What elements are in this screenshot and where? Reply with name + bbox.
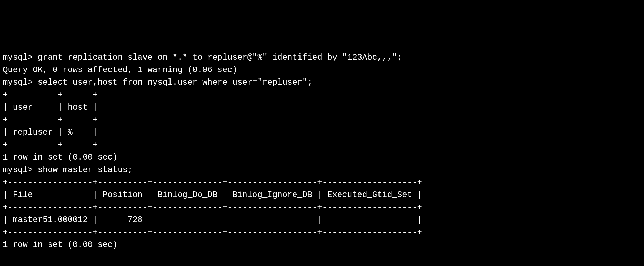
terminal-line: | File | Position | Binlog_Do_DB | Binlo… — [3, 189, 641, 201]
terminal-line: +----------+------+ — [3, 114, 641, 126]
terminal-line: +-----------------+----------+----------… — [3, 226, 641, 239]
terminal-line: +-----------------+----------+----------… — [3, 201, 641, 214]
terminal-line: | repluser | % | — [3, 126, 641, 139]
terminal-line: | master51.000012 | 728 | | | | — [3, 214, 641, 226]
terminal-output[interactable]: mysql> grant replication slave on *.* to… — [3, 51, 641, 251]
terminal-line: mysql> show master status; — [3, 164, 641, 176]
terminal-line: 1 row in set (0.00 sec) — [3, 239, 641, 251]
terminal-line: 1 row in set (0.00 sec) — [3, 151, 641, 164]
terminal-line: +----------+------+ — [3, 139, 641, 151]
terminal-line: | user | host | — [3, 101, 641, 114]
terminal-line: +----------+------+ — [3, 89, 641, 101]
terminal-line: +-----------------+----------+----------… — [3, 176, 641, 189]
terminal-line: mysql> grant replication slave on *.* to… — [3, 51, 641, 64]
terminal-line: Query OK, 0 rows affected, 1 warning (0.… — [3, 64, 641, 76]
terminal-line: mysql> select user,host from mysql.user … — [3, 76, 641, 89]
